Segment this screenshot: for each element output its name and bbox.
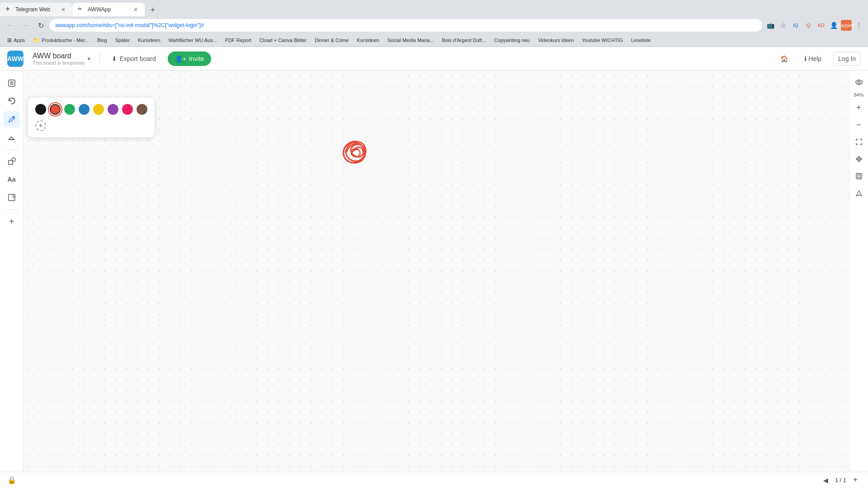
canvas-area[interactable]: + — [24, 70, 849, 472]
adblock-icon[interactable]: AD — [816, 20, 826, 31]
app-header: AWW AWW board This board is temporary ▾ … — [0, 47, 868, 70]
color-swatch-pink[interactable] — [122, 104, 133, 115]
add-page-button[interactable]: + — [850, 475, 861, 486]
color-swatch-blue[interactable] — [79, 104, 90, 115]
left-toolbar: Aa + — [0, 70, 24, 472]
bookmark-wahlfaecher[interactable]: Wahlfächer WU Aus... — [165, 37, 221, 44]
color-swatch-brown[interactable] — [137, 104, 147, 115]
bookmark-label: Wahlfächer WU Aus... — [169, 38, 217, 43]
color-swatch-green[interactable] — [64, 104, 75, 115]
zoom-in-button[interactable]: + — [852, 100, 866, 115]
tab-favicon-telegram: ✈ — [5, 6, 13, 13]
sticky-note-tool[interactable] — [4, 189, 20, 206]
bookmark-star-icon[interactable]: ☆ — [778, 20, 788, 31]
board-name-section[interactable]: AWW board This board is temporary ▾ — [29, 50, 94, 67]
refresh-button[interactable]: ↻ — [34, 19, 47, 32]
forward-button[interactable]: → — [19, 19, 32, 32]
bookmark-bois[interactable]: Bois d'Argent Duft... — [439, 37, 490, 44]
invite-person-icon: 👤+ — [175, 55, 186, 62]
bookmark-kursideen2[interactable]: Kursideen — [353, 37, 383, 44]
color-swatch-black[interactable] — [35, 104, 46, 115]
fit-screen-button[interactable] — [852, 169, 866, 183]
tab-telegram[interactable]: ✈ Telegram Web × — [0, 3, 72, 16]
bookmark-label: Leseliste — [631, 38, 651, 43]
header-divider — [99, 52, 100, 66]
bookmark-produktsuche[interactable]: 📁 Produktsuche - Mer... — [29, 36, 93, 44]
extensions-icon[interactable]: Pausiert — [841, 20, 852, 31]
profile-icon[interactable]: 👤 — [828, 20, 839, 31]
home-button[interactable]: 🏠 — [776, 52, 793, 65]
tab-favicon-awwapp: ✏ — [78, 6, 85, 13]
board-name: AWW board — [33, 52, 85, 60]
sketch-drawing — [326, 129, 381, 181]
color-swatch-purple[interactable] — [108, 104, 118, 115]
tab-close-awwapp[interactable]: × — [132, 6, 139, 13]
prev-page-button[interactable]: ◀ — [821, 475, 831, 486]
bookmark-spaeter[interactable]: Später — [112, 37, 133, 44]
move-canvas-button[interactable] — [852, 152, 866, 166]
info-icon: ℹ — [804, 55, 807, 62]
color-swatch-yellow[interactable] — [93, 104, 104, 115]
bookmark-apps[interactable]: ⊞ Apps — [4, 36, 28, 44]
address-bar[interactable]: awwapp.com/home#dis=["no-init-modal"]%2C… — [50, 19, 762, 32]
bookmark-youtube[interactable]: Youtube WICHTIG — [578, 37, 627, 44]
bookmark-label: Später — [115, 38, 130, 43]
select-tool[interactable] — [4, 75, 20, 91]
navigate-button[interactable] — [852, 186, 866, 201]
tab-awwapp[interactable]: ✏ AWWApp × — [72, 3, 145, 16]
settings-icon[interactable]: ⋮ — [854, 20, 864, 31]
bookmark-videokurs[interactable]: Videokurs Ideen — [534, 37, 577, 44]
cast-icon[interactable]: 📺 — [765, 20, 776, 31]
browser-chrome: ✈ Telegram Web × ✏ AWWApp × + ← → ↻ awwa… — [0, 0, 868, 47]
shapes-tool[interactable] — [4, 153, 20, 169]
add-more-tool[interactable]: + — [4, 213, 20, 230]
bookmark-label: PDF Report — [225, 38, 251, 43]
svg-point-5 — [12, 158, 15, 161]
login-label: Log In — [838, 55, 856, 62]
tab-close-telegram[interactable]: × — [60, 6, 67, 13]
bookmark-label: Produktsuche - Mer... — [42, 38, 89, 43]
bookmark-social[interactable]: Social Media Mana... — [384, 37, 438, 44]
home-icon: 🏠 — [780, 55, 788, 62]
bookmark-kursideen1[interactable]: Kursideen — [134, 37, 164, 44]
logo-text: AWW — [7, 55, 24, 62]
address-text: awwapp.com/home#dis=["no-init-modal"]%2C… — [55, 22, 757, 28]
bookmark-label: Copywriting neu — [494, 38, 530, 43]
bookmark-pdf[interactable]: PDF Report — [222, 37, 255, 44]
tab-bar: ✈ Telegram Web × ✏ AWWApp × + — [0, 0, 868, 16]
toolbar-separator-1 — [5, 149, 19, 150]
toolbar-icons: 📺 ☆ IQ Q AD 👤 Pausiert ⋮ — [765, 20, 864, 31]
color-swatches — [35, 104, 147, 115]
svg-rect-9 — [856, 174, 862, 179]
bookmark-dinner[interactable]: Dinner & Crime — [311, 37, 352, 44]
visibility-button[interactable] — [852, 75, 866, 89]
bookmark-copywriting[interactable]: Copywriting neu — [491, 37, 533, 44]
new-tab-button[interactable]: + — [146, 4, 159, 16]
fullscreen-button[interactable] — [852, 135, 866, 149]
app-container: AWW AWW board This board is temporary ▾ … — [0, 47, 868, 488]
back-button[interactable]: ← — [4, 19, 16, 32]
svg-rect-1 — [10, 81, 14, 85]
bookmark-canva[interactable]: Cload + Canva Bilder — [256, 37, 310, 44]
undo-tool[interactable] — [4, 93, 20, 109]
folder-icon: 📁 — [33, 37, 40, 43]
text-tool[interactable]: Aa — [4, 171, 20, 188]
zoom-out-button[interactable]: − — [852, 117, 866, 132]
pen-tool[interactable] — [4, 111, 20, 127]
board-subtitle: This board is temporary — [33, 60, 85, 66]
iq-icon[interactable]: IQ — [790, 20, 801, 31]
color-swatch-red[interactable] — [50, 104, 61, 115]
invite-button[interactable]: 👤+ Invite — [168, 52, 212, 66]
eraser-tool[interactable] — [4, 129, 20, 145]
export-button[interactable]: ⬇ Export board — [105, 52, 162, 65]
bookmark-label: Apps — [14, 38, 25, 43]
login-button[interactable]: Log In — [833, 52, 861, 66]
bookmark-label: Youtube WICHTIG — [582, 38, 623, 43]
bookmarks-bar: ⊞ Apps 📁 Produktsuche - Mer... Blog Spät… — [0, 34, 868, 47]
add-color-button[interactable]: + — [35, 120, 46, 131]
bookmark-blog[interactable]: Blog — [94, 37, 111, 44]
bookmark-leseliste[interactable]: Leseliste — [627, 37, 654, 44]
help-button[interactable]: ℹ Help — [800, 52, 826, 65]
svg-point-8 — [858, 81, 860, 84]
vpn-icon[interactable]: Q — [803, 20, 814, 31]
